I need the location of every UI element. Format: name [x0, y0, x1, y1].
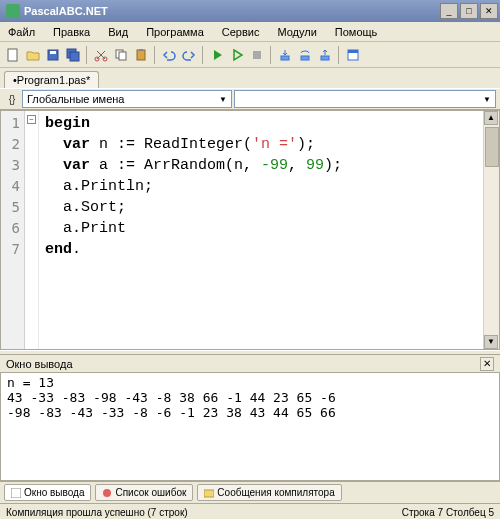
- menu-bar: Файл Правка Вид Программа Сервис Модули …: [0, 22, 500, 42]
- vertical-scrollbar[interactable]: ▲ ▼: [483, 111, 499, 349]
- file-tab[interactable]: •Program1.pas*: [4, 71, 99, 88]
- toolbar: [0, 42, 500, 68]
- tab-errors[interactable]: Список ошибок: [95, 484, 193, 501]
- menu-edit[interactable]: Правка: [49, 24, 94, 40]
- open-file-icon[interactable]: [24, 46, 42, 64]
- line-gutter: 123 456 7: [1, 111, 25, 349]
- fold-column: −: [25, 111, 39, 349]
- copy-icon[interactable]: [112, 46, 130, 64]
- menu-view[interactable]: Вид: [104, 24, 132, 40]
- output-header: Окно вывода ✕: [0, 355, 500, 373]
- status-bar: Компиляция прошла успешно (7 строк) Стро…: [0, 503, 500, 519]
- window-title: PascalABC.NET: [24, 5, 440, 17]
- title-bar: PascalABC.NET _ □ ✕: [0, 0, 500, 22]
- output-title: Окно вывода: [6, 358, 73, 370]
- redo-icon[interactable]: [180, 46, 198, 64]
- nav-row: {} Глобальные имена ▼ ▼: [0, 88, 500, 110]
- save-icon[interactable]: [44, 46, 62, 64]
- close-button[interactable]: ✕: [480, 3, 498, 19]
- run-icon[interactable]: [208, 46, 226, 64]
- svg-rect-16: [348, 50, 358, 53]
- step-into-icon[interactable]: [276, 46, 294, 64]
- tab-output[interactable]: Окно вывода: [4, 484, 91, 501]
- cursor-position: Строка 7 Столбец 5: [402, 507, 494, 518]
- svg-rect-0: [8, 49, 17, 61]
- new-file-icon[interactable]: [4, 46, 22, 64]
- status-message: Компиляция прошла успешно (7 строк): [6, 507, 188, 518]
- svg-rect-8: [119, 52, 126, 60]
- svg-rect-17: [11, 488, 21, 498]
- svg-rect-2: [50, 51, 56, 54]
- output-panel[interactable]: n = 1343 -33 -83 -98 -43 -8 38 66 -1 44 …: [0, 373, 500, 481]
- output-close-icon[interactable]: ✕: [480, 357, 494, 371]
- scroll-down-icon[interactable]: ▼: [484, 335, 498, 349]
- bottom-tabs: Окно вывода Список ошибок Сообщения комп…: [0, 481, 500, 503]
- cut-icon[interactable]: [92, 46, 110, 64]
- menu-help[interactable]: Помощь: [331, 24, 382, 40]
- scroll-up-icon[interactable]: ▲: [484, 111, 498, 125]
- tab-compiler-messages[interactable]: Сообщения компилятора: [197, 484, 341, 501]
- svg-rect-14: [321, 56, 329, 60]
- menu-file[interactable]: Файл: [4, 24, 39, 40]
- run-no-debug-icon[interactable]: [228, 46, 246, 64]
- menu-modules[interactable]: Модули: [273, 24, 320, 40]
- svg-rect-13: [301, 56, 309, 60]
- maximize-button[interactable]: □: [460, 3, 478, 19]
- svg-point-18: [103, 489, 111, 497]
- member-select[interactable]: ▼: [234, 90, 496, 108]
- minimize-button[interactable]: _: [440, 3, 458, 19]
- form-designer-icon[interactable]: [344, 46, 362, 64]
- svg-rect-4: [70, 52, 79, 61]
- paste-icon[interactable]: [132, 46, 150, 64]
- svg-rect-10: [139, 49, 143, 51]
- chevron-down-icon: ▼: [219, 95, 227, 104]
- fold-toggle[interactable]: −: [27, 115, 36, 124]
- scope-label: Глобальные имена: [27, 93, 125, 105]
- svg-rect-19: [204, 490, 214, 497]
- svg-rect-11: [253, 51, 261, 59]
- code-text[interactable]: begin var n := ReadInteger('n ='); var a…: [39, 111, 499, 349]
- undo-icon[interactable]: [160, 46, 178, 64]
- svg-rect-12: [281, 56, 289, 60]
- step-out-icon[interactable]: [316, 46, 334, 64]
- app-icon: [6, 4, 20, 18]
- stop-icon[interactable]: [248, 46, 266, 64]
- editor-tabs: •Program1.pas*: [0, 68, 500, 88]
- menu-service[interactable]: Сервис: [218, 24, 264, 40]
- step-over-icon[interactable]: [296, 46, 314, 64]
- svg-rect-9: [137, 50, 145, 60]
- nav-scope-icon[interactable]: {}: [4, 91, 20, 107]
- save-all-icon[interactable]: [64, 46, 82, 64]
- scroll-thumb[interactable]: [485, 127, 499, 167]
- chevron-down-icon: ▼: [483, 95, 491, 104]
- scope-select[interactable]: Глобальные имена ▼: [22, 90, 232, 108]
- code-editor[interactable]: 123 456 7 − begin var n := ReadInteger('…: [0, 110, 500, 350]
- menu-program[interactable]: Программа: [142, 24, 208, 40]
